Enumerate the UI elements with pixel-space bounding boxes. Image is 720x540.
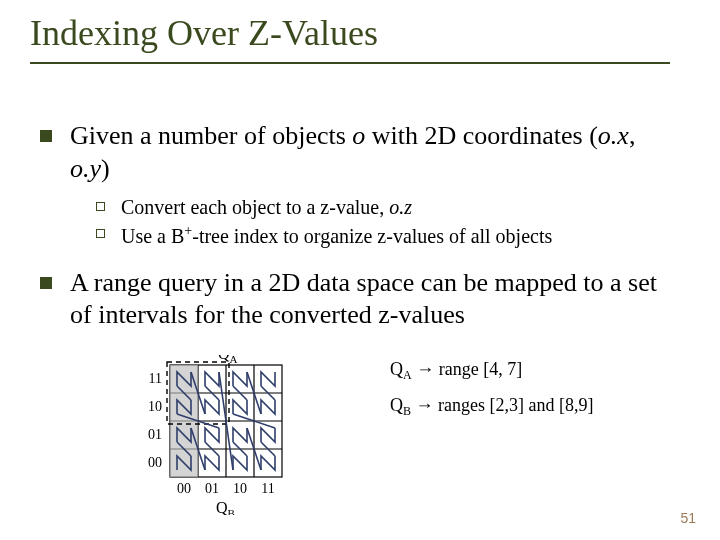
text: with 2D coordinates ( (365, 121, 598, 150)
var-oy: o.y (70, 154, 101, 183)
sub-bullet-2-text: Use a B+-tree index to organize z-values… (121, 222, 552, 249)
hollow-square-bullet-icon (96, 202, 105, 211)
x-tick-00: 00 (177, 481, 191, 496)
x-tick-11: 11 (261, 481, 274, 496)
bullet-1-text: Given a number of objects o with 2D coor… (70, 120, 680, 185)
text: , (629, 121, 636, 150)
figure-svg: 11 10 01 00 00 01 10 11 QA QB QA → range… (130, 355, 650, 515)
range-qa-text: QA → range [4, 7] (390, 359, 522, 382)
x-tick-10: 10 (233, 481, 247, 496)
page-number: 51 (680, 510, 696, 526)
sub-bullet-2: Use a B+-tree index to organize z-values… (96, 222, 680, 249)
var-ox: o.x (598, 121, 629, 150)
text: ) (101, 154, 110, 183)
sub-bullet-1: Convert each object to a z-value, o.z (96, 195, 680, 220)
qa-label: QA (218, 355, 238, 365)
title-underline (30, 62, 670, 64)
slide-title: Indexing Over Z-Values (30, 14, 378, 54)
y-tick-01: 01 (148, 427, 162, 442)
slide: Indexing Over Z-Values Given a number of… (0, 0, 720, 540)
x-tick-01: 01 (205, 481, 219, 496)
square-bullet-icon (40, 130, 52, 142)
text: -tree index to organize z-values of all … (192, 225, 552, 247)
qb-label: QB (216, 499, 235, 515)
hollow-square-bullet-icon (96, 229, 105, 238)
z-value-figure: 11 10 01 00 00 01 10 11 QA QB QA → range… (130, 355, 650, 515)
square-bullet-icon (40, 277, 52, 289)
sub-bullet-1-text: Convert each object to a z-value, o.z (121, 195, 412, 220)
y-tick-11: 11 (149, 371, 162, 386)
body: Given a number of objects o with 2D coor… (40, 120, 680, 338)
bullet-2: A range query in a 2D data space can be … (40, 267, 680, 332)
var-o: o (352, 121, 365, 150)
text: Convert each object to a z-value, (121, 196, 389, 218)
bullet-1: Given a number of objects o with 2D coor… (40, 120, 680, 185)
title-block: Indexing Over Z-Values (30, 14, 378, 54)
text: Given a number of objects (70, 121, 352, 150)
bullet-2-text: A range query in a 2D data space can be … (70, 267, 680, 332)
range-qb-text: QB → ranges [2,3] and [8,9] (390, 395, 593, 418)
var-oz: o.z (389, 196, 412, 218)
y-tick-00: 00 (148, 455, 162, 470)
text: Use a B (121, 225, 184, 247)
sub-bullets: Convert each object to a z-value, o.z Us… (96, 195, 680, 249)
y-tick-10: 10 (148, 399, 162, 414)
